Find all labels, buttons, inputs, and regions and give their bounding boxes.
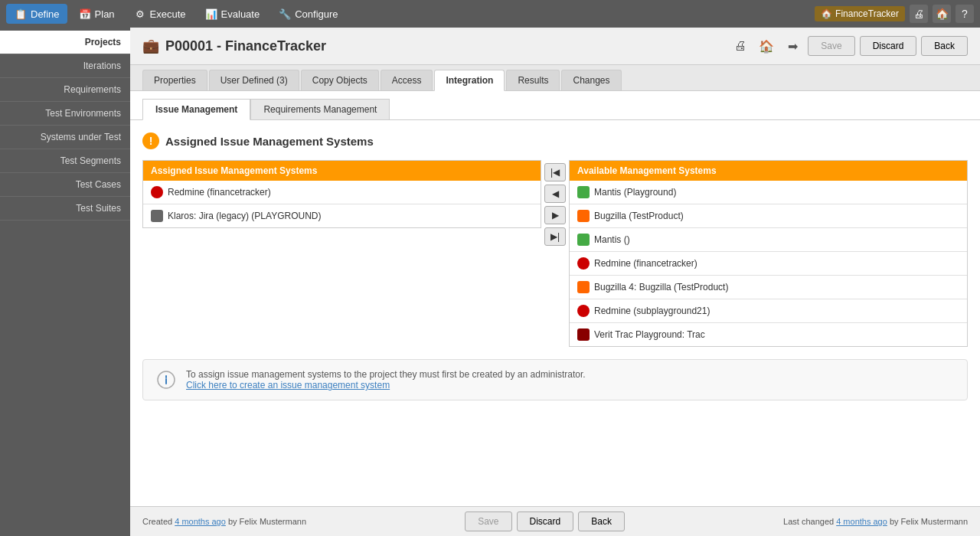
sidebar-item-test-environments[interactable]: Test Environments xyxy=(0,102,130,126)
available-item-mantis-playground[interactable]: Mantis (Playground) xyxy=(570,181,967,204)
available-systems-panel: Available Management Systems Mantis (Pla… xyxy=(569,160,968,347)
sidebar-item-systems-under-test[interactable]: Systems under Test xyxy=(0,126,130,149)
created-time-link[interactable]: 4 months ago xyxy=(175,517,226,526)
assigned-systems-header: Assigned Issue Management Systems xyxy=(143,161,541,181)
execute-icon: ⚙ xyxy=(133,7,147,21)
tab-changes[interactable]: Changes xyxy=(561,70,621,90)
tab-properties[interactable]: Properties xyxy=(142,70,207,90)
discard-button-top[interactable]: Discard xyxy=(860,36,917,56)
save-button-bottom[interactable]: Save xyxy=(465,511,511,531)
available-item-mantis-empty[interactable]: Mantis () xyxy=(570,228,967,252)
section-title: ! Assigned Issue Management Systems xyxy=(142,132,968,149)
inner-tabs: Issue Management Requirements Management xyxy=(130,91,980,120)
sidebar-item-test-cases[interactable]: Test Cases xyxy=(0,173,130,197)
save-button-top[interactable]: Save xyxy=(808,36,854,56)
print-page-icon[interactable]: 🖨 xyxy=(730,35,751,57)
available-item-redmine-ft2[interactable]: Redmine (financetracker) xyxy=(570,252,967,276)
nav-execute[interactable]: ⚙ Execute xyxy=(126,4,194,24)
back-button-top[interactable]: Back xyxy=(921,36,968,56)
footer-buttons: Save Discard Back xyxy=(465,511,625,531)
nav-plan[interactable]: 📅 Plan xyxy=(70,4,122,24)
nav-configure[interactable]: 🔧 Configure xyxy=(270,4,345,24)
mantis-icon-2 xyxy=(577,234,590,246)
header-buttons: 🖨 🏠 ➡ Save Discard Back xyxy=(730,35,968,57)
discard-button-bottom[interactable]: Discard xyxy=(517,511,574,531)
transfer-left-button[interactable]: ◀ xyxy=(544,185,566,203)
footer-created: Created 4 months ago by Felix Mustermann xyxy=(142,517,306,526)
nav-define[interactable]: 📋 Define xyxy=(6,4,67,24)
app-icon: 🏠 xyxy=(821,8,832,19)
briefcase-icon: 💼 xyxy=(142,38,159,54)
warning-icon: ! xyxy=(142,132,159,149)
available-item-bugzilla-testproduct[interactable]: Bugzilla (TestProduct) xyxy=(570,204,967,228)
tab-user-defined[interactable]: User Defined (3) xyxy=(209,70,299,90)
available-item-bugzilla4[interactable]: Bugzilla 4: Bugzilla (TestProduct) xyxy=(570,276,967,299)
assigned-systems-panel: Assigned Issue Management Systems Redmin… xyxy=(142,160,541,228)
sidebar-item-iterations[interactable]: Iterations xyxy=(0,54,130,78)
management-columns: Assigned Issue Management Systems Redmin… xyxy=(142,160,968,347)
available-item-trac[interactable]: Verit Trac Playground: Trac xyxy=(570,323,967,346)
tab-copy-objects[interactable]: Copy Objects xyxy=(301,70,379,90)
jira-icon xyxy=(151,210,163,222)
main-panel: ! Assigned Issue Management Systems Assi… xyxy=(130,120,980,506)
tab-results[interactable]: Results xyxy=(506,70,560,90)
assigned-item-jira-legacy[interactable]: Klaros: Jira (legacy) (PLAYGROUND) xyxy=(143,204,541,227)
define-icon: 📋 xyxy=(14,7,28,21)
mantis-icon-1 xyxy=(577,186,590,198)
sidebar-item-projects[interactable]: Projects xyxy=(0,31,130,54)
bugzilla-icon-1 xyxy=(577,210,590,222)
nav-back-icon[interactable]: 🏠 xyxy=(756,35,777,57)
transfer-last-button[interactable]: ▶| xyxy=(544,227,566,246)
available-item-redmine-sub[interactable]: Redmine (subplayground21) xyxy=(570,299,967,323)
page-title: 💼 P00001 - FinanceTracker xyxy=(142,38,326,54)
nav-evaluate[interactable]: 📊 Evaluate xyxy=(197,4,268,24)
create-ims-link[interactable]: Click here to create an issue management… xyxy=(186,380,390,391)
sidebar-item-requirements[interactable]: Requirements xyxy=(0,78,130,102)
transfer-controls: |◀ ◀ ▶ ▶| xyxy=(541,160,569,249)
assigned-item-redmine-ft[interactable]: Redmine (financetracker) xyxy=(143,181,541,204)
info-text: To assign issue management systems to th… xyxy=(186,369,586,391)
content-area: 💼 P00001 - FinanceTracker 🖨 🏠 ➡ Save Dis… xyxy=(130,28,980,536)
available-systems-header: Available Management Systems xyxy=(570,161,967,181)
home-nav-icon[interactable]: 🏠 xyxy=(933,5,951,23)
last-changed-time-link[interactable]: 4 months ago xyxy=(836,517,887,526)
configure-icon: 🔧 xyxy=(278,7,292,21)
top-right-area: 🏠 FinanceTracker 🖨 🏠 ? xyxy=(815,5,974,23)
transfer-right-button[interactable]: ▶ xyxy=(544,206,566,224)
redmine-icon xyxy=(151,186,163,198)
footer-last-changed: Last changed 4 months ago by Felix Muste… xyxy=(783,517,968,526)
sidebar: Projects Iterations Requirements Test En… xyxy=(0,28,130,536)
redmine-icon-3 xyxy=(577,305,590,317)
sidebar-item-test-suites[interactable]: Test Suites xyxy=(0,197,130,221)
transfer-first-button[interactable]: |◀ xyxy=(544,163,566,181)
top-navigation: 📋 Define 📅 Plan ⚙ Execute 📊 Evaluate 🔧 C… xyxy=(0,0,980,28)
redmine-icon-2 xyxy=(577,257,590,270)
bugzilla-icon-2 xyxy=(577,281,590,293)
tab-integration[interactable]: Integration xyxy=(434,70,505,91)
help-icon[interactable]: ? xyxy=(956,5,974,23)
print-icon[interactable]: 🖨 xyxy=(910,5,928,23)
main-tabs: Properties User Defined (3) Copy Objects… xyxy=(130,65,980,91)
trac-icon xyxy=(577,328,590,341)
footer: Created 4 months ago by Felix Mustermann… xyxy=(130,506,980,536)
back-button-bottom[interactable]: Back xyxy=(578,511,625,531)
plan-icon: 📅 xyxy=(78,7,92,21)
inner-tab-issue-management[interactable]: Issue Management xyxy=(142,99,250,120)
inner-tab-requirements-management[interactable]: Requirements Management xyxy=(250,99,390,119)
info-box: To assign issue management systems to th… xyxy=(142,359,968,400)
info-bulb-icon xyxy=(155,369,177,391)
tab-access[interactable]: Access xyxy=(381,70,433,90)
sidebar-item-test-segments[interactable]: Test Segments xyxy=(0,149,130,173)
evaluate-icon: 📊 xyxy=(204,7,218,21)
nav-forward-icon[interactable]: ➡ xyxy=(782,35,803,57)
app-name-badge: 🏠 FinanceTracker xyxy=(815,6,905,21)
page-header: 💼 P00001 - FinanceTracker 🖨 🏠 ➡ Save Dis… xyxy=(130,28,980,65)
